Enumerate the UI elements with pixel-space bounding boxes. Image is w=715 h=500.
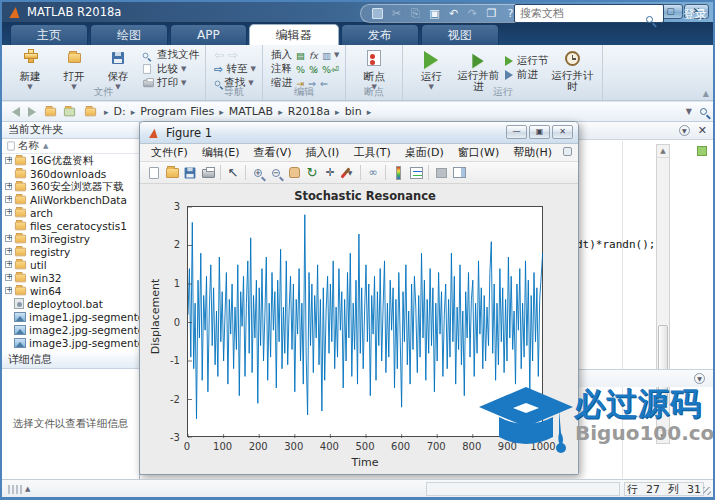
resize-grip-icon[interactable] [703,487,711,495]
ribbon-tab[interactable]: 编辑器 [249,24,339,45]
file-list-item[interactable]: image2.jpg-segmente... [2,323,139,336]
breadcrumb-segment[interactable]: ▸bin [330,105,362,118]
file-list-item[interactable]: image1.jpg-segmente... [2,310,139,323]
figure-menu-item[interactable]: 窗口(W) [451,145,506,160]
figure-close-button[interactable]: ✕ [552,125,573,139]
folder-up-icon[interactable] [45,107,56,116]
comment-icon[interactable]: % [296,64,305,75]
breadcrumb-segment[interactable]: ▸D: [99,105,126,118]
file-list-item[interactable]: util [2,258,139,271]
expand-icon[interactable] [5,235,12,242]
goto-button[interactable]: ⇨ 转至▼ [214,62,256,76]
file-list-item[interactable]: win64 [2,284,139,297]
cut-icon[interactable]: ✂ [389,6,404,21]
run-section-button[interactable]: 运行节 [505,54,548,68]
figure-title-bar[interactable]: Figure 1 — ▣ ✕ [140,122,578,144]
code-analyzer-indicator[interactable] [697,146,707,156]
pan-icon[interactable] [285,164,303,181]
zoom-out-icon[interactable]: − [267,164,285,181]
ribbon-tab[interactable]: APP [170,24,247,45]
new-button[interactable]: 新建▼ [8,48,52,90]
comment-row[interactable]: 注释 % %̷ %⏎ [271,62,339,76]
file-list-item[interactable]: deploytool.bat [2,297,139,310]
figure-menu-item[interactable]: 桌面(D) [398,145,451,160]
file-list-item[interactable]: 360downloads [2,167,139,180]
uncomment-icon[interactable]: %̷ [309,64,318,75]
nav-back-icon[interactable] [12,107,20,117]
insert-legend-icon[interactable] [407,164,425,181]
ribbon-tab[interactable]: 主页 [10,24,88,45]
browse-folder-icon[interactable] [64,107,75,116]
breadcrumb-segment[interactable]: ▸MATLAB [214,105,273,118]
wrap-comment-icon[interactable]: %⏎ [322,64,339,75]
breakpoints-button[interactable]: 断点▼ [352,48,396,90]
brush-data-icon[interactable]: ▼ [339,164,357,181]
hide-plot-tools-icon[interactable] [432,164,450,181]
show-plot-tools-icon[interactable] [450,164,468,181]
editor-menu-icon[interactable]: ▼ [679,125,690,136]
expand-icon[interactable] [5,274,12,281]
save-figure-icon[interactable] [181,164,199,181]
folder-search-icon[interactable] [700,108,707,115]
new-figure-icon[interactable] [145,164,163,181]
compare-button[interactable]: 比较▼ [142,62,199,76]
layout-icon[interactable]: ❐ [484,6,499,21]
data-cursor-icon[interactable]: ✛ [321,164,339,181]
ribbon-collapse-icon[interactable]: ▲ [703,89,709,98]
figure-menu-item[interactable]: 插入(I) [299,145,347,160]
ribbon-tab[interactable]: 视图 [421,24,499,45]
ribbon-tab[interactable]: 绘图 [90,24,168,45]
insert-image-icon[interactable]: ▥ [322,50,331,61]
expand-icon[interactable] [5,261,12,268]
details-header[interactable]: 详细信息 [2,352,139,369]
nav-forward-icon[interactable] [28,107,36,117]
editor-close-icon[interactable]: ✕ [698,125,707,136]
print-figure-icon[interactable] [199,164,217,181]
breadcrumb-segment[interactable]: ▸R2018a [273,105,330,118]
file-list-item[interactable]: 16G优盘资料 [2,154,139,167]
run-button[interactable]: 运行▼ [409,48,453,90]
file-list-item[interactable]: m3iregistry [2,232,139,245]
file-list-item[interactable]: registry [2,245,139,258]
scroll-up-icon[interactable]: ▲ [657,145,669,158]
insert-colorbar-icon[interactable] [389,164,407,181]
find-files-button[interactable]: 查找文件 [142,48,199,62]
paste-icon[interactable]: ▣ [427,6,442,21]
file-list-item[interactable]: arch [2,206,139,219]
editor-code-line[interactable]: dt)*randn(); [576,238,655,251]
expand-icon[interactable] [5,183,12,190]
save-icon[interactable] [372,8,383,19]
expand-icon[interactable] [5,209,12,216]
search-icon[interactable] [646,8,653,27]
figure-restore-button[interactable]: ▣ [529,125,550,139]
figure-menu-item[interactable]: 工具(T) [346,145,397,160]
link-plot-icon[interactable]: ∞ [364,164,382,181]
zoom-in-icon[interactable]: + [249,164,267,181]
redo-icon[interactable]: ↷ [465,6,480,21]
figure-menu-item[interactable]: 帮助(H) [506,145,559,160]
file-list-item[interactable]: files_ceratocystis1 [2,219,139,232]
undo-icon[interactable]: ↶ [446,6,461,21]
back-icon[interactable]: ⇦ [214,49,224,61]
forward-icon[interactable]: ⇨ [228,49,238,61]
breadcrumb-segment[interactable]: ▸Program Files [126,105,215,118]
figure-menu-item[interactable]: 编辑(E) [195,145,247,160]
current-folder-header[interactable]: 当前文件夹 [2,122,139,139]
rotate-3d-icon[interactable]: ↻ [303,164,321,181]
insert-function-icon[interactable]: fx [309,50,318,61]
file-list-item[interactable]: 360安全浏览器下载 [2,180,139,193]
figure-menu-item[interactable]: 文件(F) [144,145,195,160]
expand-icon[interactable] [5,287,12,294]
file-list-item[interactable]: image3.jpg-segmente... [2,336,139,349]
insert-section-icon[interactable]: ▤ [296,50,305,61]
name-column-header[interactable]: 名称▲ [2,139,139,154]
dock-pin-icon[interactable] [563,147,572,156]
expand-icon[interactable] [5,196,12,203]
file-list-item[interactable]: AliWorkbenchData [2,193,139,206]
open-button[interactable]: 打开▼ [52,48,96,90]
figure-minimize-button[interactable]: — [506,125,527,139]
advance-button[interactable]: 前进 [505,68,548,82]
status-grip[interactable]: ▲ [8,484,34,494]
open-file-icon[interactable] [163,164,181,181]
address-caret-icon[interactable]: ▼ [686,107,692,116]
